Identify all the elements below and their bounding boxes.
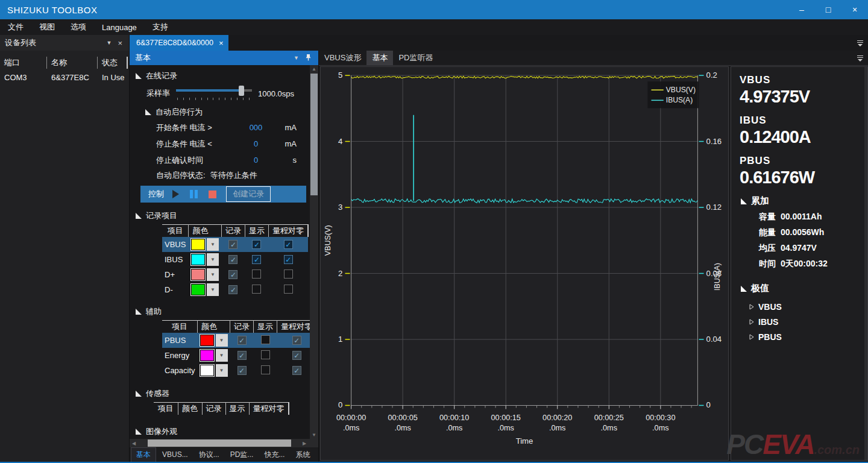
menu-file[interactable]: 文件 (0, 19, 31, 35)
record-checkbox[interactable] (228, 255, 237, 264)
display-checkbox[interactable] (252, 269, 261, 279)
col-name[interactable]: 名称 (47, 57, 98, 69)
auxiliary-row-capacity[interactable]: Capacity ▼ (162, 363, 316, 378)
record-checkbox[interactable] (228, 240, 237, 249)
maximize-button[interactable]: □ (815, 0, 841, 19)
zero-checkbox[interactable] (292, 336, 301, 345)
zero-checkbox[interactable] (284, 240, 293, 249)
section-appearance[interactable]: 图像外观 (136, 426, 309, 438)
record-checkbox[interactable] (228, 270, 237, 279)
minimize-button[interactable]: – (788, 0, 815, 19)
zero-checkbox[interactable] (284, 269, 293, 279)
record-checkbox[interactable] (237, 336, 247, 345)
scroll-up-icon[interactable]: ▲ (310, 65, 318, 73)
readings-scrollbar[interactable] (864, 67, 867, 460)
record-item-row-vbus[interactable]: VBUS ▼ (162, 237, 308, 252)
tab-basic[interactable]: 基本 (131, 447, 156, 462)
tab-vbus-waveform[interactable]: VBUS波形 (319, 51, 366, 65)
scrollbar-thumb[interactable] (148, 439, 291, 447)
auxiliary-row-pbus[interactable]: PBUS ▼ (162, 333, 316, 348)
extreme-ibus[interactable]: IBUS (740, 314, 865, 329)
zero-checkbox[interactable] (284, 255, 293, 264)
section-accumulate[interactable]: 累加 (741, 195, 865, 207)
color-swatch[interactable] (191, 284, 205, 295)
record-checkbox[interactable] (228, 285, 237, 294)
display-checkbox[interactable] (252, 285, 261, 294)
section-auto-startstop[interactable]: 自动启停行为 (145, 106, 309, 118)
device-list-close-icon[interactable]: × (115, 39, 125, 48)
record-checkbox[interactable] (237, 366, 247, 375)
swatch-dropdown-icon[interactable]: ▼ (207, 253, 219, 266)
menu-view[interactable]: 视图 (31, 19, 63, 35)
color-swatch[interactable] (191, 269, 205, 280)
document-tab[interactable]: 6&377E8C8D&0&0000 × (130, 35, 228, 51)
extreme-pbus[interactable]: PBUS (740, 329, 865, 344)
pause-icon[interactable] (190, 190, 198, 198)
stop-icon[interactable] (209, 191, 216, 198)
section-record-items[interactable]: 记录项目 (136, 210, 309, 222)
zero-checkbox[interactable] (292, 366, 301, 375)
device-row[interactable]: COM3 6&377E8C In Use (0, 70, 129, 84)
waveform-chart[interactable]: 012345VBUS(V)00.040.080.120.160.2IBUS(A)… (320, 66, 729, 461)
swatch-dropdown-icon[interactable]: ▼ (207, 238, 219, 251)
menu-support[interactable]: 支持 (145, 19, 176, 35)
device-list-dropdown-icon[interactable]: ▼ (103, 40, 115, 46)
scroll-left-icon[interactable]: ◀ (130, 439, 138, 447)
sample-rate-slider[interactable] (176, 86, 252, 101)
doc-tabbar-menu-icon[interactable] (852, 35, 868, 51)
swatch-dropdown-icon[interactable]: ▼ (216, 364, 228, 377)
tab-system[interactable]: 系统 (291, 448, 315, 462)
tab-pd-listener[interactable]: PD监听器 (393, 51, 438, 65)
chart-canvas[interactable]: 012345VBUS(V)00.040.080.120.160.2IBUS(A)… (321, 67, 728, 460)
section-sensor[interactable]: 传感器 (136, 388, 309, 400)
start-condition-input[interactable]: 000 (236, 123, 276, 132)
settings-vertical-scrollbar[interactable]: ▲ ▼ (310, 65, 318, 439)
zero-checkbox[interactable] (284, 285, 293, 294)
display-checkbox[interactable] (261, 350, 270, 359)
col-port[interactable]: 端口 (0, 57, 47, 69)
swatch-dropdown-icon[interactable]: ▼ (216, 334, 228, 347)
extreme-vbus[interactable]: VBUS (740, 299, 865, 314)
section-extremes[interactable]: 极值 (741, 283, 865, 294)
display-checkbox[interactable] (261, 365, 270, 374)
color-swatch[interactable] (200, 365, 214, 376)
color-swatch[interactable] (200, 350, 214, 361)
record-item-row-dplus[interactable]: D+ ▼ (162, 267, 308, 282)
swatch-dropdown-icon[interactable]: ▼ (207, 268, 219, 281)
section-auxiliary[interactable]: 辅助 (136, 306, 309, 318)
tab-quick-charge[interactable]: 快充... (259, 448, 289, 462)
document-tab-close-icon[interactable]: × (219, 39, 224, 48)
display-checkbox[interactable] (252, 255, 261, 264)
color-swatch[interactable] (191, 239, 205, 250)
color-swatch[interactable] (200, 335, 214, 346)
tab-pd-monitor[interactable]: PD监... (225, 448, 259, 462)
create-record-button[interactable]: 创建记录 (226, 186, 271, 202)
close-button[interactable]: × (841, 0, 868, 19)
tab-vbus[interactable]: VBUS... (157, 449, 193, 461)
swatch-dropdown-icon[interactable]: ▼ (216, 349, 228, 362)
settings-pane-dropdown-icon[interactable]: ▼ (291, 55, 302, 61)
pin-icon[interactable] (302, 54, 315, 62)
tab-protocol[interactable]: 协议... (194, 448, 224, 462)
zero-checkbox[interactable] (292, 351, 301, 360)
slider-thumb[interactable] (239, 86, 244, 96)
scroll-right-icon[interactable]: ▶ (300, 439, 309, 447)
section-online-record[interactable]: 在线记录 (136, 70, 309, 82)
auxiliary-row-energy[interactable]: Energy ▼ (162, 348, 316, 363)
color-swatch[interactable] (191, 254, 205, 265)
tab-basic-chart[interactable]: 基本 (366, 51, 393, 65)
menu-options[interactable]: 选项 (63, 19, 94, 35)
menu-language[interactable]: Language (94, 19, 145, 35)
stop-condition-input[interactable]: 0 (236, 139, 276, 148)
chart-tabbar-menu-icon[interactable] (852, 51, 868, 65)
scroll-down-icon[interactable]: ▼ (310, 431, 318, 439)
play-icon[interactable] (172, 190, 179, 198)
col-status[interactable]: 状态 (98, 57, 128, 69)
record-checkbox[interactable] (237, 351, 247, 360)
display-checkbox[interactable] (252, 240, 261, 249)
scrollbar-thumb[interactable] (310, 74, 318, 195)
record-item-row-dminus[interactable]: D- ▼ (162, 282, 308, 297)
record-item-row-ibus[interactable]: IBUS ▼ (162, 252, 308, 267)
settings-pane-header[interactable]: 基本 ▼ (130, 51, 318, 65)
stop-confirm-time-input[interactable]: 0 (236, 156, 276, 165)
